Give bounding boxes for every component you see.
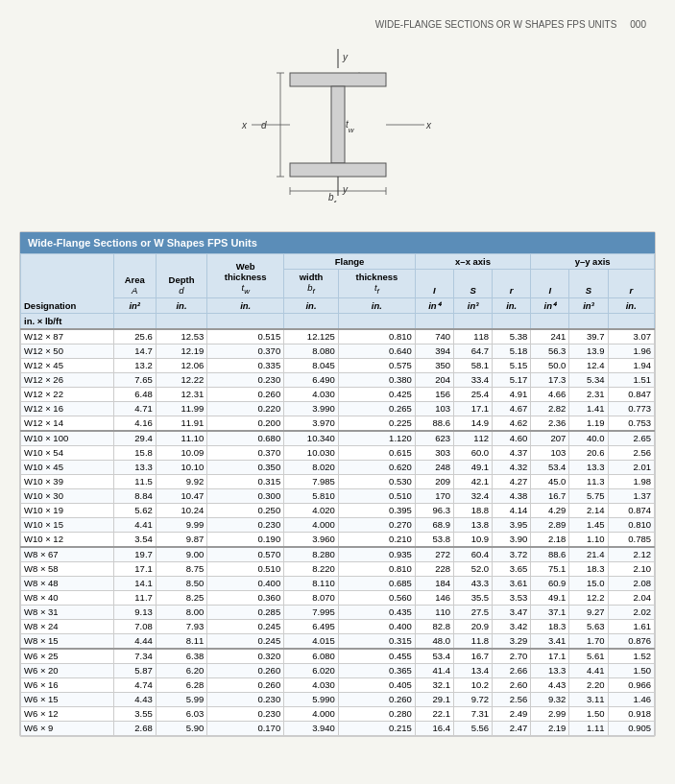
- designation-cell: W8 × 31: [21, 605, 114, 619]
- data-cell: 16.4: [415, 721, 453, 735]
- data-cell: 53.8: [415, 532, 453, 547]
- data-cell: 0.260: [207, 663, 284, 677]
- data-cell: 8.220: [284, 561, 339, 576]
- data-cell: 42.1: [454, 474, 493, 488]
- data-cell: 0.905: [608, 721, 655, 735]
- col-r-xx: r: [493, 270, 531, 298]
- table-body: W12 × 8725.612.530.51512.1250.8107401185…: [21, 329, 655, 736]
- data-cell: 3.940: [284, 721, 339, 735]
- data-cell: 2.47: [493, 721, 531, 735]
- designation-cell: W10 × 30: [21, 488, 114, 503]
- unit-tw: in.: [207, 297, 284, 313]
- data-cell: 12.19: [156, 344, 206, 358]
- data-cell: 14.9: [454, 416, 493, 431]
- data-cell: 3.61: [493, 576, 531, 590]
- data-cell: 29.1: [415, 692, 453, 706]
- designation-cell: W8 × 67: [21, 547, 114, 562]
- data-cell: 4.43: [531, 677, 569, 692]
- col-xx-label: x–x axis: [415, 254, 530, 270]
- data-cell: 5.56: [454, 721, 493, 735]
- data-cell: 0.515: [207, 329, 284, 344]
- table-row: W12 × 4513.212.060.3358.0450.57535058.15…: [21, 358, 655, 372]
- data-cell: 5.990: [284, 692, 339, 706]
- unit-A: in²: [113, 297, 156, 313]
- data-cell: 8.11: [156, 633, 206, 649]
- data-cell: 4.44: [113, 633, 156, 649]
- unit-r3: [608, 313, 655, 329]
- data-cell: 2.99: [531, 706, 569, 721]
- data-cell: 29.4: [113, 431, 156, 446]
- data-cell: 11.7: [113, 590, 156, 605]
- data-cell: 3.65: [493, 561, 531, 576]
- data-cell: 4.62: [493, 416, 531, 431]
- data-cell: 39.7: [569, 329, 608, 344]
- col-S-xx: S: [454, 270, 493, 298]
- data-cell: 53.4: [415, 649, 453, 664]
- designation-cell: W6 × 9: [21, 721, 114, 735]
- data-cell: 2.08: [608, 576, 655, 590]
- data-cell: 0.270: [338, 517, 415, 532]
- unit-I-yy: in⁴: [531, 297, 569, 313]
- page-header: WIDE-FLANGE SECTIONS OR W SHAPES FPS UNI…: [19, 19, 656, 30]
- svg-text:d: d: [261, 120, 267, 131]
- data-cell: 8.110: [284, 576, 339, 590]
- data-cell: 12.4: [569, 358, 608, 372]
- data-cell: 45.0: [531, 474, 569, 488]
- unit-I2: [415, 313, 453, 329]
- data-cell: 0.510: [338, 488, 415, 503]
- designation-cell: W8 × 40: [21, 590, 114, 605]
- data-cell: 0.370: [207, 344, 284, 358]
- table-row: W6 × 123.556.030.2304.0000.28022.17.312.…: [21, 706, 655, 721]
- svg-text:x: x: [241, 120, 248, 131]
- col-web-label: Webthicknesstw: [207, 254, 284, 298]
- unit-tf: in.: [338, 297, 415, 313]
- data-cell: 0.245: [207, 619, 284, 633]
- data-cell: 146: [415, 590, 453, 605]
- svg-text:y: y: [342, 184, 349, 195]
- data-cell: 10.340: [284, 431, 339, 446]
- table-container: Wide-Flange Sections or W Shapes FPS Uni…: [19, 231, 656, 737]
- designation-cell: W8 × 48: [21, 576, 114, 590]
- data-cell: 2.56: [608, 445, 655, 460]
- data-cell: 4.020: [284, 503, 339, 517]
- data-cell: 0.560: [338, 590, 415, 605]
- data-cell: 0.425: [338, 387, 415, 401]
- table-row: W6 × 205.876.200.2606.0200.36541.413.42.…: [21, 663, 655, 677]
- data-cell: 64.7: [454, 344, 493, 358]
- data-cell: 4.67: [493, 401, 531, 416]
- data-cell: 9.00: [156, 547, 206, 562]
- data-cell: 5.61: [569, 649, 608, 664]
- data-cell: 5.99: [156, 692, 206, 706]
- data-cell: 4.91: [493, 387, 531, 401]
- data-cell: 9.32: [531, 692, 569, 706]
- data-cell: 15.8: [113, 445, 156, 460]
- data-cell: 13.3: [531, 663, 569, 677]
- data-cell: 4.000: [284, 706, 339, 721]
- data-cell: 0.400: [207, 576, 284, 590]
- data-cell: 0.810: [608, 517, 655, 532]
- data-cell: 6.495: [284, 619, 339, 633]
- data-cell: 1.50: [569, 706, 608, 721]
- unit-S2: [454, 313, 493, 329]
- data-cell: 5.38: [493, 329, 531, 344]
- data-cell: 11.10: [156, 431, 206, 446]
- data-cell: 1.50: [608, 663, 655, 677]
- data-cell: 27.5: [454, 605, 493, 619]
- col-r-yy: r: [608, 270, 655, 298]
- col-I-yy: I: [531, 270, 569, 298]
- designation-cell: W12 × 45: [21, 358, 114, 372]
- data-cell: 50.0: [531, 358, 569, 372]
- data-cell: 5.34: [569, 372, 608, 387]
- data-cell: 4.74: [113, 677, 156, 692]
- svg-text:y: y: [342, 52, 349, 62]
- data-cell: 96.3: [415, 503, 453, 517]
- data-cell: 16.7: [531, 488, 569, 503]
- data-cell: 112: [454, 431, 493, 446]
- data-cell: 0.455: [338, 649, 415, 664]
- data-cell: 21.4: [569, 547, 608, 562]
- data-cell: 0.874: [608, 503, 655, 517]
- data-cell: 0.225: [338, 416, 415, 431]
- data-cell: 207: [531, 431, 569, 446]
- data-cell: 5.87: [113, 663, 156, 677]
- designation-cell: W10 × 15: [21, 517, 114, 532]
